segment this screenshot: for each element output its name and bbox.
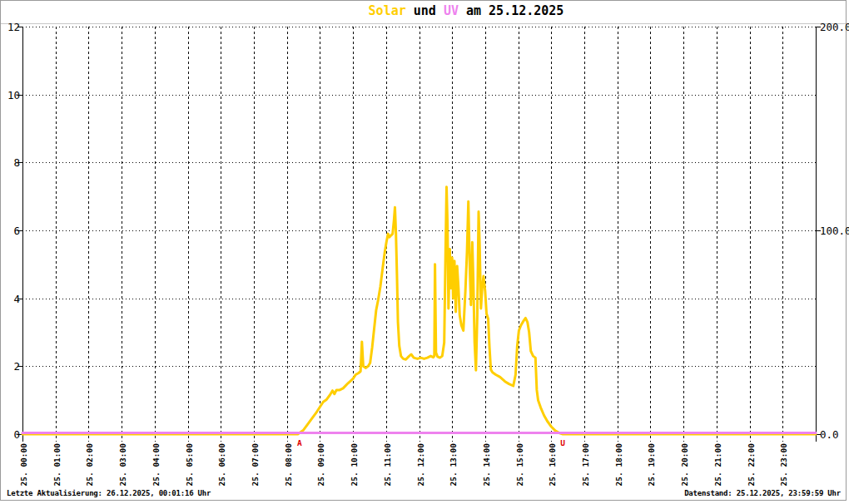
x-axis-label: 25. 15:00 bbox=[515, 443, 524, 487]
y-axis-label-left: 4 bbox=[13, 293, 20, 305]
data-state-text: Datenstand: 25.12.2025, 23:59:59 Uhr bbox=[684, 489, 841, 497]
y-axis-label-right: 200.0 bbox=[820, 21, 849, 33]
x-axis-label: 25. 02:00 bbox=[85, 443, 94, 487]
sunrise-marker: A bbox=[297, 438, 302, 447]
solar-uv-chart-window: Solar und UV am 25.12.2025 0246810120.01… bbox=[0, 0, 849, 504]
x-axis-label: 25. 00:00 bbox=[19, 443, 28, 487]
solar-series-line bbox=[22, 187, 816, 434]
x-axis-label: 25. 09:00 bbox=[316, 443, 325, 487]
x-axis-label: 25. 08:00 bbox=[284, 443, 293, 487]
y-axis-label-left: 12 bbox=[7, 21, 20, 33]
y-axis-label-left: 8 bbox=[13, 156, 20, 169]
x-axis-label: 25. 14:00 bbox=[482, 443, 491, 487]
x-axis-label: 25. 10:00 bbox=[350, 443, 359, 487]
x-axis-label: 25. 18:00 bbox=[614, 443, 623, 487]
y-axis-label-right: 0.0 bbox=[820, 428, 839, 441]
y-axis-label-right: 100.0 bbox=[820, 225, 849, 237]
x-axis-label: 25. 20:00 bbox=[680, 443, 689, 487]
y-axis-label-left: 10 bbox=[7, 89, 20, 101]
x-axis-label: 25. 17:00 bbox=[581, 443, 590, 487]
x-axis-label: 25. 12:00 bbox=[416, 443, 425, 487]
sunset-marker: U bbox=[560, 438, 565, 447]
x-axis-label: 25. 19:00 bbox=[647, 443, 656, 487]
y-axis-label-left: 6 bbox=[13, 225, 20, 237]
x-axis-label: 25. 11:00 bbox=[383, 443, 392, 487]
last-update-text: Letzte Aktualisierung: 26.12.2025, 00:01… bbox=[7, 489, 211, 497]
x-axis-label: 25. 03:00 bbox=[118, 443, 127, 487]
x-axis-label: 25. 05:00 bbox=[185, 443, 194, 487]
x-axis-label: 25. 07:00 bbox=[251, 443, 260, 487]
y-axis-label-left: 0 bbox=[13, 428, 20, 441]
x-axis-label: 25. 21:00 bbox=[713, 443, 722, 487]
x-axis-label: 25. 06:00 bbox=[217, 443, 226, 487]
x-axis-label: 25. 13:00 bbox=[449, 443, 458, 487]
x-axis-label: 25. 04:00 bbox=[151, 443, 161, 487]
x-axis-label: 25. 01:00 bbox=[52, 443, 62, 487]
x-axis-label: 25. 22:00 bbox=[747, 443, 756, 487]
x-axis-label: 25. 16:00 bbox=[548, 443, 557, 487]
solar-uv-plot-area: 0246810120.0100.0200.025. 00:0025. 01:00… bbox=[0, 0, 849, 504]
y-axis-label-left: 2 bbox=[13, 360, 20, 373]
x-axis-label: 25. 23:00 bbox=[779, 443, 788, 487]
